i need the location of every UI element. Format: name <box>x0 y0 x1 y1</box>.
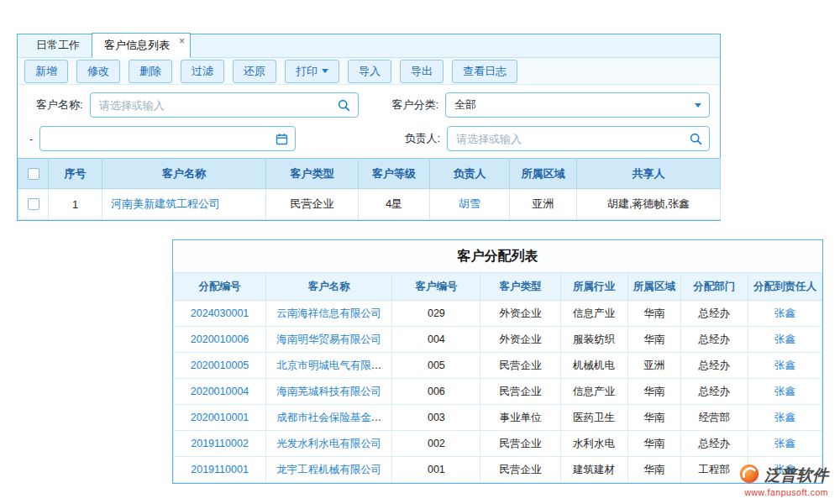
allocation-id-link[interactable]: 2019110002 <box>191 438 249 449</box>
region-cell: 华南 <box>627 405 680 431</box>
responsible-link[interactable]: 张鑫 <box>774 412 795 423</box>
industry-cell: 水利水电 <box>560 431 627 457</box>
brand-url: www.fanpusoft.com <box>739 487 828 497</box>
customer-no-cell: 006 <box>392 379 480 405</box>
region-cell: 华南 <box>627 327 680 353</box>
table-row: 2020010004 海南芜城科技有限公司 006 民营企业 信息产业 华南 总… <box>174 379 822 405</box>
allocation-id-link[interactable]: 2020010005 <box>191 360 249 371</box>
allocation-id-link[interactable]: 2020010006 <box>191 333 249 345</box>
customer-name-link[interactable]: 云南海祥信息有限公司 <box>276 307 381 319</box>
customer-name-link[interactable]: 龙宇工程机械有限公司 <box>276 464 381 475</box>
responsible-cell: 张鑫 <box>748 353 822 379</box>
tab-customer-info-list[interactable]: 客户信息列表 × <box>92 33 191 58</box>
industry-cell: 信息产业 <box>560 301 627 327</box>
customer-name-cell: 龙宇工程机械有限公司 <box>266 457 392 483</box>
allocation-id-link[interactable]: 2019110001 <box>191 464 249 475</box>
column-header: 分配部门 <box>680 273 748 301</box>
customer-name-input[interactable] <box>90 92 359 118</box>
responsible-link[interactable]: 张鑫 <box>774 438 795 449</box>
table-row: 2019110002 光发水利水电有限公司 002 民营企业 水利水电 华南 总… <box>174 431 822 457</box>
allocation-panel-title: 客户分配列表 <box>173 240 822 272</box>
customer-type-cell: 民营企业 <box>480 353 560 379</box>
customer-no-cell: 029 <box>392 301 480 327</box>
allocation-id-link[interactable]: 2020010004 <box>191 386 249 397</box>
button-label: 导入 <box>359 64 381 79</box>
responsible-link[interactable]: 张鑫 <box>774 307 795 319</box>
select-all-checkbox[interactable] <box>28 168 39 180</box>
allocation-id-cell: 2019110002 <box>174 431 266 457</box>
region-cell: 华南 <box>627 431 680 457</box>
table-row: 2020010001 成都市社会保险基金管理... 003 事业单位 医药卫生 … <box>174 405 822 431</box>
owner-label: 负责人: <box>404 131 440 146</box>
search-icon[interactable] <box>687 130 704 147</box>
tab-label: 日常工作 <box>36 39 80 51</box>
industry-cell: 服装纺织 <box>560 327 627 353</box>
customer-name-label: 客户名称: <box>36 97 83 113</box>
customer-category-select[interactable]: 全部 <box>445 92 710 118</box>
customer-name-link[interactable]: 海南明华贸易有限公司 <box>276 333 381 345</box>
customer-name-link[interactable]: 河南美新建筑工程公司 <box>111 197 220 210</box>
allocation-id-cell: 2020010001 <box>174 405 266 431</box>
responsible-link[interactable]: 张鑫 <box>774 386 795 397</box>
column-header: 客户名称 <box>102 159 266 189</box>
date-input[interactable] <box>39 126 296 151</box>
table-row: 1 河南美新建筑工程公司 民营企业 4星 胡雪 亚洲 胡建,蒋德帧,张鑫 <box>18 189 721 220</box>
owner-link[interactable]: 胡雪 <box>459 197 480 210</box>
button-label: 过滤 <box>192 64 213 79</box>
region-cell: 华南 <box>627 457 680 483</box>
print-button[interactable]: 打印 <box>285 60 339 83</box>
column-header: 分配到责任人 <box>748 273 822 301</box>
owner-input[interactable] <box>447 126 710 151</box>
column-header: 所属行业 <box>560 273 627 301</box>
customer-type-cell: 民营企业 <box>480 457 560 483</box>
filter-area: 客户名称: 客户分类: 全部 - <box>18 85 720 158</box>
allocation-table-header: 分配编号 客户名称 客户编号 客户类型 所属行业 所属区域 分配部门 分配到责任… <box>174 273 822 301</box>
responsible-link[interactable]: 张鑫 <box>774 360 795 371</box>
allocation-id-cell: 2020010004 <box>174 379 266 405</box>
search-icon[interactable] <box>336 97 353 113</box>
row-checkbox[interactable] <box>28 198 39 210</box>
customer-name-link[interactable]: 成都市社会保险基金管理... <box>276 412 392 423</box>
edit-button[interactable]: 修改 <box>76 60 120 83</box>
customer-name-link[interactable]: 北京市明城电气有限公司 <box>276 360 392 371</box>
chevron-down-icon <box>322 69 328 73</box>
allocation-id-cell: 2024030001 <box>174 301 266 327</box>
close-icon[interactable]: × <box>179 35 185 47</box>
allocation-id-link[interactable]: 2024030001 <box>191 307 249 319</box>
customer-table: 序号 客户名称 客户类型 客户等级 负责人 所属区域 共享人 1 河南美新建筑工… <box>18 158 721 220</box>
calendar-icon[interactable] <box>273 130 290 147</box>
date-range-dash: - <box>29 133 33 145</box>
export-button[interactable]: 导出 <box>400 60 444 83</box>
tab-label: 客户信息列表 <box>104 39 170 51</box>
row-no-cell: 1 <box>49 189 102 220</box>
column-header: 客户名称 <box>266 273 392 301</box>
customer-level-cell: 4星 <box>359 189 430 220</box>
responsible-link[interactable]: 张鑫 <box>774 333 795 345</box>
delete-button[interactable]: 删除 <box>129 60 172 83</box>
customer-type-cell: 民营企业 <box>480 379 560 405</box>
customer-no-cell: 002 <box>392 431 480 457</box>
filter-button[interactable]: 过滤 <box>181 60 224 83</box>
selected-value: 全部 <box>454 97 476 113</box>
customer-info-panel: 日常工作 客户信息列表 × 新增 修改 删除 过滤 还原 打印 导入 导出 查看… <box>17 34 721 221</box>
toolbar: 新增 修改 删除 过滤 还原 打印 导入 导出 查看日志 <box>18 58 720 85</box>
customer-type-cell: 民营企业 <box>480 431 560 457</box>
customer-type-cell: 外资企业 <box>480 301 560 327</box>
customer-category-label: 客户分类: <box>391 97 438 113</box>
responsible-cell: 张鑫 <box>748 431 822 457</box>
button-label: 还原 <box>244 64 265 79</box>
customer-name-cell: 成都市社会保险基金管理... <box>266 405 392 431</box>
view-log-button[interactable]: 查看日志 <box>452 60 517 83</box>
restore-button[interactable]: 还原 <box>233 60 276 83</box>
customer-name-link[interactable]: 光发水利水电有限公司 <box>276 438 381 449</box>
region-cell: 华南 <box>627 379 680 405</box>
dept-cell: 总经办 <box>680 379 748 405</box>
add-button[interactable]: 新增 <box>24 60 68 83</box>
dept-cell: 总经办 <box>680 301 748 327</box>
allocation-id-link[interactable]: 2020010001 <box>191 412 249 423</box>
tab-daily-work[interactable]: 日常工作 <box>24 34 92 57</box>
customer-no-cell: 005 <box>392 353 480 379</box>
table-row: 2019110001 龙宇工程机械有限公司 001 民营企业 建筑建材 华南 工… <box>174 457 822 483</box>
customer-name-link[interactable]: 海南芜城科技有限公司 <box>276 386 381 397</box>
import-button[interactable]: 导入 <box>348 60 391 83</box>
